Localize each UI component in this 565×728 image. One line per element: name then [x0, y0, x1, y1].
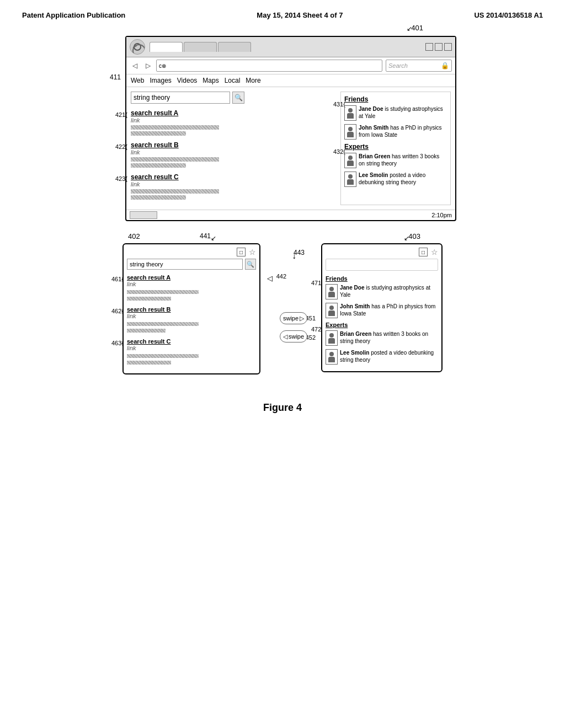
swipe-left-btn[interactable]: ◁ swipe — [280, 330, 307, 342]
swipe-left-label: swipe — [289, 333, 304, 340]
person-head — [329, 287, 334, 291]
result-422-wrapper: 422{ search result B link — [131, 141, 335, 168]
label-442: 442 — [276, 273, 286, 280]
bottom-row: 402 441 ↙ □ ☆ string theory 🔍 — [22, 243, 543, 374]
result-462-title[interactable]: search result B — [127, 306, 256, 313]
friend-jane-name: Jane Doe — [359, 106, 383, 112]
result-461-link[interactable]: link — [127, 281, 256, 287]
result-bar — [127, 354, 199, 358]
result-422-link[interactable]: link — [131, 149, 335, 156]
refresh-icon[interactable]: c⊗ — [159, 63, 166, 69]
friend-john-name-403: John Smith — [340, 303, 370, 309]
friends-section: 431{ Friends Jane Doe is studying astrop… — [344, 95, 447, 140]
status-button[interactable] — [130, 211, 157, 219]
star-icon-402[interactable]: ☆ — [249, 248, 256, 256]
tab-2[interactable] — [184, 42, 217, 52]
friend-john-name: John Smith — [359, 125, 388, 131]
arrow-443: ↓ — [292, 251, 296, 261]
label-471: 471 — [311, 280, 321, 286]
result-462-link[interactable]: link — [127, 313, 256, 319]
forward-icon[interactable]: ▷ — [143, 61, 153, 71]
result-bar — [131, 125, 219, 130]
nav-local[interactable]: Local — [225, 77, 241, 84]
chevron-left-icon: ◁ — [283, 333, 287, 340]
window-controls — [425, 43, 452, 51]
patent-header: Patent Application Publication May 15, 2… — [22, 11, 543, 19]
result-bar — [127, 297, 171, 301]
result-423-bars — [131, 189, 335, 200]
person-icon-jane-403 — [326, 284, 338, 299]
expert-lee-403: Lee Smolin posted a video debunking stri… — [326, 349, 438, 365]
person-head — [348, 174, 353, 179]
person-head — [348, 156, 353, 160]
result-421-title[interactable]: search result A — [131, 109, 335, 117]
label-461: 461{ — [111, 276, 124, 282]
expert-brian-text: Brian Green has written 3 books on strin… — [359, 153, 447, 167]
browser-statusbar: 2:10pm — [126, 210, 455, 220]
swipe-right-btn[interactable]: swipe ▷ — [280, 312, 307, 324]
tab-3[interactable] — [218, 42, 251, 52]
search-button[interactable]: 🔍 — [232, 92, 244, 104]
result-461: search result A link — [127, 274, 256, 301]
share-icon-402[interactable]: □ — [237, 248, 246, 256]
mobile-search-btn-402[interactable]: 🔍 — [245, 259, 256, 270]
person-icon-jane — [344, 105, 356, 121]
result-461-wrapper: 461{ search result A link — [127, 274, 256, 301]
browser-nav-tabs: Web Images Videos Maps Local More — [126, 74, 455, 87]
result-423-link[interactable]: link — [131, 181, 335, 188]
person-head — [329, 306, 334, 310]
person-body — [347, 132, 354, 137]
friend-john-403: John Smith has a PhD in physics from Iow… — [326, 303, 438, 318]
address-bar[interactable]: c⊗ — [156, 60, 382, 72]
label-411: 411 — [110, 73, 121, 81]
nav-videos[interactable]: Videos — [177, 77, 197, 84]
win-minimize[interactable] — [425, 43, 433, 51]
expert-brian-text-403: Brian Green has written 3 books on strin… — [340, 330, 438, 345]
patent-right: US 2014/0136518 A1 — [474, 11, 543, 19]
person-body — [328, 338, 335, 344]
browser-tabs-row — [150, 42, 421, 52]
result-461-title[interactable]: search result A — [127, 274, 256, 281]
nav-web[interactable]: Web — [131, 77, 144, 84]
person-body — [347, 179, 354, 185]
figure-label: Figure 4 — [263, 402, 302, 414]
person-body — [347, 160, 354, 166]
result-463-link[interactable]: link — [127, 345, 256, 351]
mobile-search-text-402: string theory — [130, 261, 163, 267]
search-box-toolbar[interactable]: Search 🔒 — [386, 60, 452, 72]
person-icon-brian-403 — [326, 330, 338, 346]
back-icon[interactable]: ◁ — [130, 61, 140, 71]
nav-maps[interactable]: Maps — [202, 77, 218, 84]
arrow-403: ↙ — [404, 234, 409, 242]
diagram-401-wrapper: 401 ↙ 411 — [125, 36, 456, 221]
search-input[interactable]: string theory — [131, 92, 230, 104]
expert-lee-name: Lee Smolin — [359, 172, 388, 178]
nav-more[interactable]: More — [246, 77, 260, 84]
label-431: 431{ — [333, 101, 345, 108]
diagram-403-container: 403 ↙ □ ☆ 471 Friends — [321, 243, 443, 372]
result-bar — [131, 131, 186, 136]
mobile-url-bar-403[interactable] — [326, 259, 438, 271]
result-422-title[interactable]: search result B — [131, 141, 335, 149]
star-icon-403[interactable]: ☆ — [431, 248, 438, 256]
lock-icon: 🔒 — [441, 62, 449, 69]
mobile-search-input-402[interactable]: string theory — [127, 259, 243, 270]
diagram-401-area: 401 ↙ 411 — [76, 36, 489, 221]
friend-john-text: John Smith has a PhD in physics from Iow… — [359, 124, 447, 138]
patent-middle: May 15, 2014 Sheet 4 of 7 — [257, 11, 343, 19]
browser-logo — [130, 39, 145, 55]
person-head — [348, 127, 353, 131]
share-icon-403[interactable]: □ — [419, 248, 428, 256]
main-content: 401 ↙ 411 — [22, 36, 543, 414]
result-463-title[interactable]: search result C — [127, 338, 256, 345]
result-423-title[interactable]: search result C — [131, 173, 335, 181]
label-403: 403 — [408, 232, 420, 240]
tab-1[interactable] — [150, 42, 183, 52]
win-maximize[interactable] — [435, 43, 443, 51]
friend-jane-text-403: Jane Doe is studying astrophysics at Yal… — [340, 284, 438, 298]
win-close[interactable] — [444, 43, 452, 51]
result-462: search result B link — [127, 306, 256, 333]
friend-jane: Jane Doe is studying astrophysics at Yal… — [344, 105, 447, 121]
nav-images[interactable]: Images — [150, 77, 171, 84]
result-421-link[interactable]: link — [131, 117, 335, 124]
